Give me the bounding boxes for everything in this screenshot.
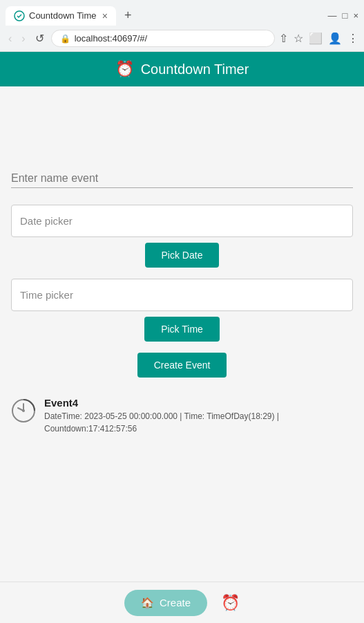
window-close-button[interactable]: × — [353, 10, 358, 21]
bookmark-icon[interactable]: ☆ — [294, 32, 303, 45]
share-icon[interactable]: ⇧ — [279, 32, 288, 45]
create-label: Create — [160, 597, 191, 608]
event-countdown-icon — [11, 398, 36, 423]
url-bar[interactable]: 🔒 localhost:40697/#/ — [51, 30, 275, 47]
tab-favicon — [14, 10, 25, 21]
bottom-create-button[interactable]: 🏠 Create — [124, 590, 207, 616]
create-home-icon: 🏠 — [141, 597, 154, 609]
date-picker-display: Date picker — [11, 205, 353, 237]
url-text: localhost:40697/#/ — [75, 33, 148, 44]
tab-close-button[interactable]: × — [102, 10, 108, 21]
menu-icon[interactable]: ⋮ — [347, 32, 358, 45]
new-tab-button[interactable]: + — [119, 6, 137, 26]
pick-time-button[interactable]: Pick Time — [144, 317, 220, 342]
header-timer-icon: ⏰ — [115, 60, 134, 78]
top-spacer — [11, 100, 353, 169]
pick-date-button[interactable]: Pick Date — [145, 243, 220, 268]
address-actions: ⇧ ☆ ⬜ 👤 ⋮ — [279, 32, 358, 45]
tab-title: Countdown Time — [29, 10, 97, 21]
app-header: ⏰ Countdown Timer — [0, 52, 364, 86]
svg-point-2 — [22, 409, 25, 412]
reload-button[interactable]: ↺ — [32, 30, 47, 46]
maximize-button[interactable]: □ — [343, 10, 348, 21]
minimize-button[interactable]: — — [328, 10, 337, 21]
bottom-timer-button[interactable]: ⏰ — [221, 594, 240, 612]
main-content: Date picker Pick Date Time picker Pick T… — [0, 86, 364, 570]
event-details: Event4 DateTime: 2023-05-25 00:00:00.000… — [44, 397, 353, 435]
time-picker-display: Time picker — [11, 279, 353, 311]
back-button[interactable]: ‹ — [6, 31, 15, 46]
event-name-label: Event4 — [44, 397, 353, 409]
lock-icon: 🔒 — [60, 34, 70, 44]
profile-icon[interactable]: 👤 — [328, 32, 342, 45]
active-tab[interactable]: Countdown Time × — [6, 6, 116, 26]
browser-chrome: Countdown Time × + — □ × ‹ › ↺ 🔒 localho… — [0, 0, 364, 52]
window-controls: — □ × — [328, 10, 358, 21]
bottom-nav: 🏠 Create ⏰ — [0, 582, 364, 623]
event-info-text: DateTime: 2023-05-25 00:00:00.000 | Time… — [44, 410, 353, 435]
app-title: Countdown Timer — [141, 62, 249, 77]
event-name-input[interactable] — [11, 169, 353, 188]
tab-bar: Countdown Time × + — □ × — [0, 0, 364, 26]
tablet-icon[interactable]: ⬜ — [309, 32, 323, 45]
create-event-button[interactable]: Create Event — [137, 353, 227, 378]
event-name-section — [11, 169, 353, 188]
forward-button[interactable]: › — [19, 31, 28, 46]
address-bar: ‹ › ↺ 🔒 localhost:40697/#/ ⇧ ☆ ⬜ 👤 ⋮ — [0, 26, 364, 51]
bottom-timer-icon: ⏰ — [221, 594, 240, 611]
event-list-item: Event4 DateTime: 2023-05-25 00:00:00.000… — [11, 391, 353, 440]
